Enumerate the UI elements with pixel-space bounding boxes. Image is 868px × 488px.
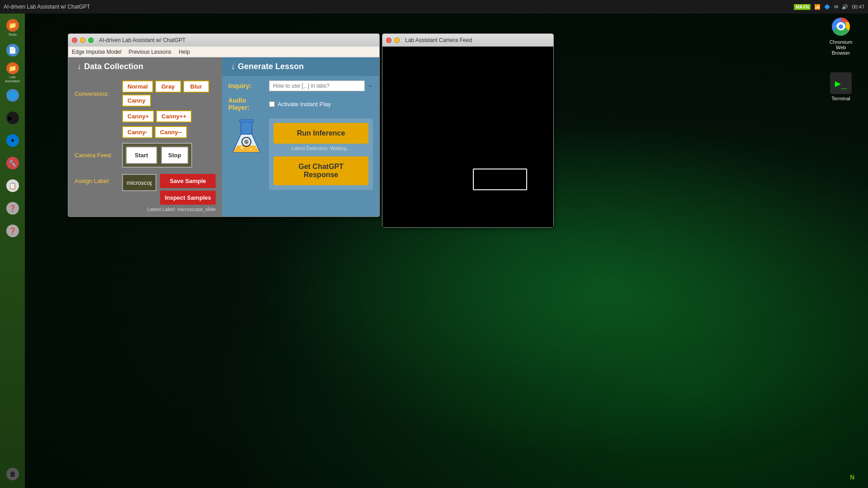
camera-window-close-btn[interactable]: [386, 38, 392, 43]
globe-icon: 🌐: [6, 89, 19, 102]
btn-canny-plus[interactable]: Canny+: [122, 110, 154, 122]
btn-normal[interactable]: Normal: [122, 80, 153, 93]
terminal-label: Terminal: [831, 96, 850, 101]
sidebar-item-tools[interactable]: 📁 Tools: [2, 17, 23, 38]
taskbar-time: 00:47: [852, 4, 864, 9]
lower-right: Run Inference Latest Detection: Waiting.…: [228, 118, 373, 190]
svg-point-6: [250, 148, 252, 150]
svg-point-4: [244, 140, 249, 144]
taskbar-right: MAXN 📶 🔷 ✉ 🔊 00:47: [794, 4, 864, 10]
inquiry-row: Inquiry: →: [228, 80, 373, 91]
help-icon-1: ❓: [6, 202, 19, 215]
detection-box: [473, 169, 527, 190]
window-titlebar: AI-driven Lab Assistant w/ ChatGPT: [68, 34, 379, 47]
data-collection-arrow: ↓: [77, 62, 81, 71]
sidebar-item-lab-assistant[interactable]: 📁 Lab Assistant: [2, 62, 23, 83]
camera-window-title: Lab Assistant Camera Feed: [405, 37, 472, 43]
bluetooth-icon: 🔷: [824, 4, 830, 10]
btn-canny-minus[interactable]: Canny-: [122, 126, 153, 138]
svg-text:N: N: [850, 474, 854, 481]
btn-blur[interactable]: Blur: [183, 80, 209, 93]
terminal-icon-sidebar: ▶_: [6, 112, 19, 124]
inference-area: Run Inference Latest Detection: Waiting.…: [269, 118, 373, 190]
conversion-buttons-row3: Canny- Canny--: [122, 126, 187, 138]
svg-rect-7: [240, 120, 253, 122]
btn-canny-minusminus[interactable]: Canny--: [155, 126, 187, 138]
inspect-samples-btn[interactable]: Inspect Samples: [160, 191, 216, 205]
sidebar-item-browser[interactable]: 🌐: [2, 85, 23, 106]
conversion-buttons-row1: Normal Gray Blur Canny: [122, 80, 216, 107]
label-input[interactable]: [127, 179, 152, 186]
conversions-row-1: Conversions: Normal Gray Blur Canny: [75, 80, 216, 107]
generate-lesson-title: Generate Lesson: [238, 62, 304, 71]
window-min-btn[interactable]: [80, 38, 85, 43]
conversions-label: Conversions:: [75, 90, 122, 97]
nvidia-svg: N: [850, 472, 863, 481]
camera-feed-window: Lab Assistant Camera Feed: [382, 33, 554, 228]
panels: Conversions: Normal Gray Blur Canny Cann…: [68, 76, 379, 216]
inquiry-input[interactable]: [269, 80, 365, 91]
nvidia-icon: N: [850, 472, 863, 483]
activate-instant-play-checkbox[interactable]: [269, 101, 275, 107]
taskbar-title: AI-driven Lab Assistant w/ ChatGPT: [4, 4, 90, 10]
window-max-btn[interactable]: [88, 38, 94, 43]
mail-icon: ✉: [834, 4, 838, 10]
sidebar-item-help2[interactable]: ❓: [2, 221, 23, 241]
camera-feed-row: Camera Feed: Start Stop: [75, 143, 216, 168]
inquiry-arrow-icon[interactable]: →: [367, 82, 373, 89]
data-collection-header: ↓ Data Collection: [68, 57, 222, 76]
save-sample-btn[interactable]: Save Sample: [160, 174, 216, 188]
latest-detection-status: Latest Detection: Waiting...: [274, 145, 368, 151]
menu-help[interactable]: Help: [179, 49, 190, 55]
camera-stop-btn[interactable]: Stop: [161, 146, 189, 164]
chromium-desktop-icon[interactable]: Chromium Web Browser: [823, 16, 859, 56]
section-headers: ↓ Data Collection ↓ Generate Lesson: [68, 57, 379, 76]
camera-start-btn[interactable]: Start: [126, 146, 157, 164]
sidebar-item-help1[interactable]: ❓: [2, 198, 23, 219]
svg-point-11: [839, 24, 843, 29]
left-panel: Conversions: Normal Gray Blur Canny Cann…: [68, 76, 222, 216]
terminal-icon-img: ▶_: [830, 72, 852, 94]
lab-icon-container: [228, 118, 264, 159]
lab-flask-icon: [228, 118, 264, 159]
data-collection-title: Data Collection: [84, 62, 143, 71]
sidebar-label-lab: Lab Assistant: [5, 75, 19, 83]
btn-gray[interactable]: Gray: [155, 80, 181, 93]
taskbar-maxn: MAXN: [794, 4, 811, 10]
lab-folder-icon: 📁: [6, 62, 19, 74]
assign-label-label: Assign Label:: [75, 174, 122, 184]
help-icon-2: ❓: [6, 225, 19, 237]
terminal-desktop-icon[interactable]: ▶_ Terminal: [823, 72, 859, 101]
camera-window-min-btn[interactable]: [394, 38, 400, 43]
sidebar-item-trash[interactable]: 🗑: [2, 464, 23, 484]
btn-canny[interactable]: Canny: [122, 94, 151, 107]
sidebar: 📁 Tools 📄 📁 Lab Assistant 🌐 ▶_ ✦ 🔧 📋 ❓ ❓…: [0, 14, 25, 488]
generate-lesson-header: ↓ Generate Lesson: [222, 57, 379, 76]
chromium-icon-img: [830, 16, 852, 38]
label-buttons: Save Sample Inspect Samples: [160, 174, 216, 205]
sidebar-item-vscode[interactable]: ✦: [2, 130, 23, 151]
settings-icon: 🔧: [6, 157, 19, 169]
activate-instant-play-label[interactable]: Activate Instant Play: [269, 101, 331, 108]
generate-lesson-arrow: ↓: [231, 62, 235, 71]
taskbar: AI-driven Lab Assistant w/ ChatGPT MAXN …: [0, 0, 868, 14]
sidebar-item-terminal-sidebar[interactable]: ▶_: [2, 108, 23, 128]
chromium-svg: [830, 16, 852, 38]
assign-label-content: Save Sample Inspect Samples Latest Label…: [122, 174, 216, 212]
btn-canny-plusplus[interactable]: Canny++: [156, 110, 192, 122]
inquiry-label: Inquiry:: [228, 82, 269, 89]
run-inference-btn[interactable]: Run Inference: [274, 123, 368, 144]
get-chatgpt-btn[interactable]: Get ChatGPT Response: [274, 156, 368, 185]
volume-icon: 🔊: [842, 4, 848, 10]
sidebar-item-clipboard[interactable]: 📋: [2, 175, 23, 196]
menu-edge-impulse[interactable]: Edge Impulse Model: [72, 49, 121, 55]
chromium-label: Chromium Web Browser: [830, 39, 853, 56]
menu-previous-lessons[interactable]: Previous Lessons: [128, 49, 171, 55]
window-close-btn[interactable]: [72, 38, 77, 43]
doc-icon: 📄: [6, 44, 19, 56]
camera-feed-area: [382, 47, 553, 227]
sidebar-item-settings[interactable]: 🔧: [2, 153, 23, 174]
audio-player-row: Audio Player: Activate Instant Play: [228, 97, 373, 111]
sidebar-item-doc[interactable]: 📄: [2, 40, 23, 61]
vscode-icon: ✦: [6, 134, 19, 147]
